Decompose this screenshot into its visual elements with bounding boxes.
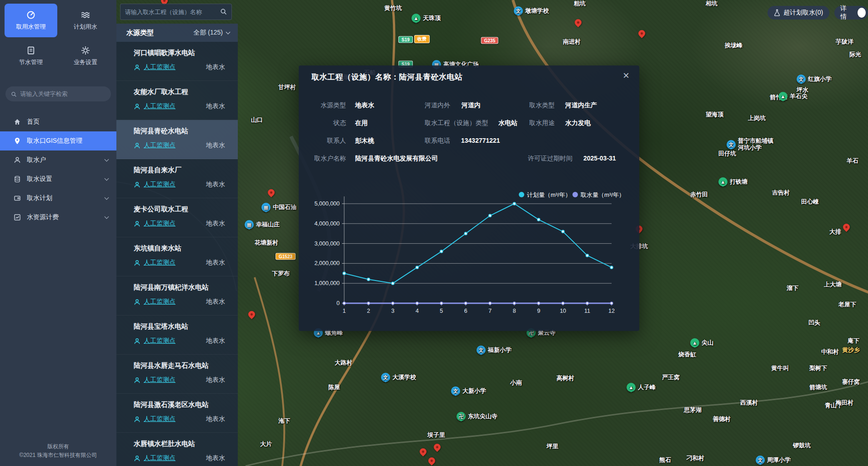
facility-list-item[interactable]: 水唇镇水栏肚水电站人工监测点地表水: [116, 433, 238, 466]
water-source-type: 地表水: [206, 415, 225, 423]
person-icon: [134, 103, 140, 110]
sidebar-item-1[interactable]: 首页: [0, 112, 116, 131]
over-plan-intake-button[interactable]: 超计划取水(0): [768, 6, 829, 20]
map-label: 思茅湖: [684, 407, 702, 414]
map-label-text: 际光: [849, 51, 861, 58]
person-icon: [134, 181, 140, 188]
map-label-text: 羊石: [847, 158, 858, 165]
map-label: 黄竹坑: [384, 5, 402, 12]
manual-monitor-link[interactable]: 人工监测点: [144, 415, 176, 423]
water-source-type: 地表水: [206, 220, 225, 228]
sidebar-item-2[interactable]: 取水口GIS信息管理: [0, 131, 116, 150]
blue-building-marker-icon[interactable]: ▦: [245, 220, 254, 229]
map-label-text: 福新小学: [488, 347, 512, 354]
toggle-knob[interactable]: [858, 8, 866, 18]
map-label-text: 凹头: [808, 320, 820, 326]
chevron-down-icon: [105, 195, 109, 200]
manual-monitor-link[interactable]: 人工监测点: [144, 298, 176, 306]
facility-list-item[interactable]: 麦卡公司取水工程人工监测点地表水: [116, 198, 238, 237]
sidebar-item-4[interactable]: 取水设置: [0, 170, 116, 189]
facility-name: 陆河县青砼水电站: [134, 127, 238, 135]
manual-monitor-link[interactable]: 人工监测点: [144, 102, 176, 110]
facility-search[interactable]: [120, 4, 232, 20]
manual-monitor-link[interactable]: 人工监测点: [144, 180, 176, 189]
map-label: 严王窝: [662, 374, 680, 381]
field-row: 联系人彭木桃联系电话13432771221: [299, 132, 639, 150]
search-icon[interactable]: [220, 8, 227, 15]
red-pin-marker[interactable]: [428, 457, 436, 465]
close-icon[interactable]: ×: [623, 70, 629, 81]
blue-building-marker-icon[interactable]: ▦: [261, 203, 271, 212]
facility-list-item[interactable]: 陆河县南万镇杞洋水电站人工监测点地表水: [116, 276, 238, 316]
blue-school-marker-icon[interactable]: 文: [477, 346, 486, 355]
map-label-text: 普宁市船埔镇 河坑小学: [738, 138, 773, 151]
manual-monitor-link[interactable]: 人工监测点: [144, 337, 176, 345]
map-label-text: 坝子里: [427, 432, 445, 439]
green-mountain-marker-icon[interactable]: ▲: [718, 177, 728, 186]
green-temple-marker-icon[interactable]: 卍: [457, 412, 466, 421]
blue-school-marker-icon[interactable]: 文: [514, 6, 523, 15]
sidebar-search-input[interactable]: [20, 90, 105, 97]
facility-name: 陆河县南万镇杞洋水电站: [134, 283, 238, 292]
facility-list-item[interactable]: 河口镇唱歌潭水电站人工监测点地表水: [116, 42, 238, 81]
map-label: 大排: [829, 229, 841, 236]
nav-3[interactable]: 节水管理: [5, 39, 57, 73]
map-label-text: 高树村: [557, 375, 574, 382]
blue-school-marker-icon[interactable]: 文: [381, 373, 390, 382]
facility-list-item[interactable]: 陆河县激石溪老区水电站人工监测点地表水: [116, 394, 238, 433]
svg-text:5: 5: [440, 308, 443, 314]
sidebar-item-5[interactable]: 取水计划: [0, 189, 116, 208]
map-label: 上大塘: [824, 281, 842, 288]
nav-1[interactable]: 取用水管理: [5, 4, 57, 37]
map-label-text: 东坑尖山寺: [468, 413, 497, 420]
manual-monitor-link[interactable]: 人工监测点: [144, 454, 176, 462]
green-mountain-marker-icon[interactable]: ▲: [411, 14, 421, 23]
red-pin-marker[interactable]: [434, 444, 441, 451]
manual-monitor-link[interactable]: 人工监测点: [144, 259, 176, 267]
red-pin-marker[interactable]: [268, 189, 275, 196]
sidebar-item-3[interactable]: 取水户: [0, 150, 116, 170]
facility-name: 陆河县激石溪老区水电站: [134, 401, 238, 409]
map-label-text: 黄牛叫: [771, 365, 789, 372]
blue-school-marker-icon[interactable]: 文: [451, 386, 460, 396]
green-mountain-marker-icon[interactable]: ▲: [690, 338, 699, 347]
field-value: 陆河县青砼水电发展有限公司: [355, 150, 438, 167]
blue-school-marker-icon[interactable]: 文: [756, 456, 765, 465]
blue-school-marker-icon[interactable]: 文: [797, 75, 806, 84]
facility-list-item[interactable]: 陆河县青砼水电站人工监测点地表水: [116, 120, 238, 159]
field-label: 联系人: [246, 132, 346, 150]
map-label: 芋陂洋: [836, 39, 853, 45]
facility-list-item[interactable]: 东坑镇自来水站人工监测点地表水: [116, 237, 238, 276]
source-type-filter[interactable]: 全部 (125): [193, 29, 230, 37]
manual-monitor-link[interactable]: 人工监测点: [144, 141, 176, 150]
svg-text:2,000,000: 2,000,000: [314, 260, 340, 266]
manual-monitor-link[interactable]: 人工监测点: [144, 63, 176, 71]
red-pin-marker[interactable]: [638, 30, 646, 37]
facility-search-input[interactable]: [125, 9, 220, 15]
nav-4[interactable]: 业务设置: [59, 39, 112, 73]
field-value: 水力发电: [565, 114, 591, 132]
map-label: 中和村: [821, 349, 839, 356]
sidebar-item-6[interactable]: 水资源计费: [0, 208, 116, 227]
red-pin-marker[interactable]: [843, 224, 850, 231]
detail-toggle[interactable]: 详情: [834, 6, 868, 20]
nav-2[interactable]: 计划用水: [59, 4, 112, 37]
manual-monitor-link[interactable]: 人工监测点: [144, 376, 176, 384]
green-mountain-marker-icon[interactable]: ▲: [627, 383, 636, 392]
map-label-text: 上大塘: [824, 281, 842, 288]
water-source-type: 地表水: [206, 259, 225, 267]
water-source-type: 地表水: [206, 102, 225, 110]
sidebar-search[interactable]: [5, 86, 111, 101]
red-pin-marker[interactable]: [248, 311, 256, 318]
red-pin-marker[interactable]: [575, 19, 582, 26]
map-label-text: 箭塘坑: [809, 384, 827, 391]
green-mountain-marker-icon[interactable]: ▲: [778, 92, 788, 101]
facility-list-item[interactable]: 陆河县水唇走马石水电站人工监测点地表水: [116, 355, 238, 394]
facility-list-item[interactable]: 陆河县宝塔水电站人工监测点地表水: [116, 316, 238, 355]
map-label: ▲尖山: [690, 338, 713, 347]
manual-monitor-link[interactable]: 人工监测点: [144, 220, 176, 228]
red-pin-marker[interactable]: [420, 448, 427, 456]
facility-list-item[interactable]: 友能水厂取水工程人工监测点地表水: [116, 81, 238, 120]
blue-school-marker-icon[interactable]: 文: [727, 140, 736, 149]
facility-list-item[interactable]: 陆河县自来水厂人工监测点地表水: [116, 159, 238, 198]
